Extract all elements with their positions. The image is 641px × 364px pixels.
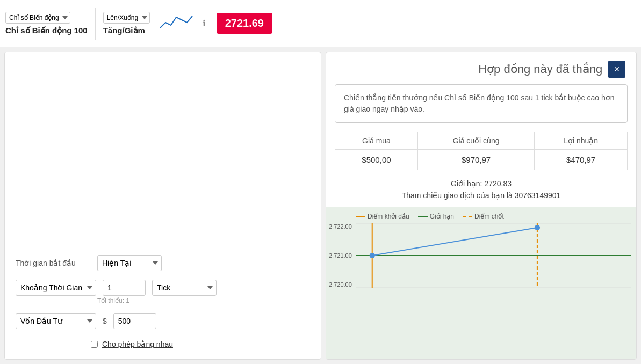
end-dot: [535, 225, 540, 230]
profit: $470,97: [535, 150, 628, 170]
interval-type-select[interactable]: Khoảng Thời Gian: [16, 280, 96, 296]
close-button[interactable]: ×: [608, 61, 625, 78]
legend-limit-label: Giới hạn: [430, 213, 454, 220]
direction-dropdown-select[interactable]: Lên/Xuống: [103, 12, 150, 24]
right-panel: Hợp đồng này đã thắng × Chiến thắng tiền…: [326, 52, 637, 360]
y-label-bot: 2,720.00: [329, 281, 352, 288]
buy-price: $500,00: [335, 150, 418, 170]
divider-1: [95, 8, 96, 40]
main-layout: Thời gian bắt đầu Hiện Tại Khoảng Thời G…: [0, 47, 641, 364]
time-row: Thời gian bắt đầu Hiện Tại: [16, 255, 310, 271]
time-select[interactable]: Hiện Tại: [97, 255, 162, 271]
modal-header: Hợp đồng này đã thắng ×: [326, 52, 636, 84]
start-dot: [370, 253, 375, 258]
currency-prefix: $: [103, 317, 107, 325]
index-dropdown-label: Chỉ số Biến động: [5, 12, 88, 24]
direction-dropdown-group: Lên/Xuống Tăng/Giảm: [103, 12, 150, 35]
chart-svg: [356, 223, 631, 288]
limit-info: Giới hạn: 2720.83 Tham chiếu giao dịch c…: [335, 178, 628, 202]
invest-type-select[interactable]: Vốn Đầu Tư: [16, 313, 96, 329]
chart-svg-container: 2,722.00 2,721.00 2,720.00: [356, 223, 631, 288]
legend-limit: Giới hạn: [418, 213, 454, 220]
allow-equal-label[interactable]: Cho phép bằng nhau: [102, 340, 173, 348]
allow-equal-row: Cho phép bằng nhau: [91, 340, 310, 348]
start-line-icon: [356, 216, 365, 217]
index-dropdown-select[interactable]: Chỉ số Biến động: [5, 12, 70, 24]
chart-legend: Điểm khởi đầu Giới hạn Điểm chốt: [356, 213, 631, 220]
left-panel: Thời gian bắt đầu Hiện Tại Khoảng Thời G…: [4, 52, 321, 360]
chart-area: Điểm khởi đầu Giới hạn Điểm chốt 2,722.0…: [326, 207, 636, 359]
result-table: Giá mua Giá cuối cùng Lợi nhuận $500,00 …: [335, 132, 628, 170]
legend-start-label: Điểm khởi đầu: [368, 213, 409, 220]
direction-dropdown-value: Tăng/Giảm: [103, 26, 150, 35]
y-axis-labels: 2,722.00 2,721.00 2,720.00: [329, 223, 352, 288]
y-label-top: 2,722.00: [329, 223, 352, 230]
legend-start: Điểm khởi đầu: [356, 213, 409, 220]
limit-text: Giới hạn: 2720.83: [335, 178, 628, 190]
mini-chart: [157, 12, 195, 35]
interval-value-input[interactable]: [103, 280, 146, 296]
description-box: Chiến thắng tiền thưởng nếu Chỉ số Biến …: [335, 84, 628, 123]
interval-row: Khoảng Thời Gian Tick: [16, 280, 310, 296]
legend-end-label: Điểm chốt: [474, 213, 504, 220]
invest-value-input[interactable]: [113, 313, 156, 329]
info-icon[interactable]: ℹ: [203, 18, 206, 28]
time-label: Thời gian bắt đầu: [16, 259, 91, 267]
final-price: $970,97: [417, 150, 534, 170]
result-row: $500,00 $970,97 $470,97: [335, 150, 628, 170]
top-bar: Chỉ số Biến động Chỉ số Biến động 100 Lê…: [0, 0, 641, 47]
index-dropdown-value: Chỉ số Biến động 100: [5, 26, 88, 35]
modal-title: Hợp đồng này đã thắng: [473, 62, 609, 76]
end-line-icon: [463, 216, 472, 217]
allow-equal-checkbox[interactable]: [91, 341, 98, 348]
interval-unit-select[interactable]: Tick: [152, 280, 217, 296]
y-label-mid: 2,721.00: [329, 252, 352, 259]
limit-line-icon: [418, 216, 428, 217]
col-header-profit: Lợi nhuận: [535, 132, 628, 150]
price-line: [372, 228, 537, 256]
interval-hint: Tối thiểu: 1: [97, 297, 310, 304]
reference-text: Tham chiếu giao dịch của bạn là 30763149…: [335, 190, 628, 201]
col-header-buy: Giá mua: [335, 132, 418, 150]
direction-dropdown-label: Lên/Xuống: [103, 12, 150, 24]
price-badge: 2721.69: [217, 13, 272, 34]
legend-end: Điểm chốt: [463, 213, 504, 220]
invest-row: Vốn Đầu Tư $: [16, 313, 310, 329]
col-header-final: Giá cuối cùng: [417, 132, 534, 150]
index-dropdown-group: Chỉ số Biến động Chỉ số Biến động 100: [5, 12, 88, 35]
